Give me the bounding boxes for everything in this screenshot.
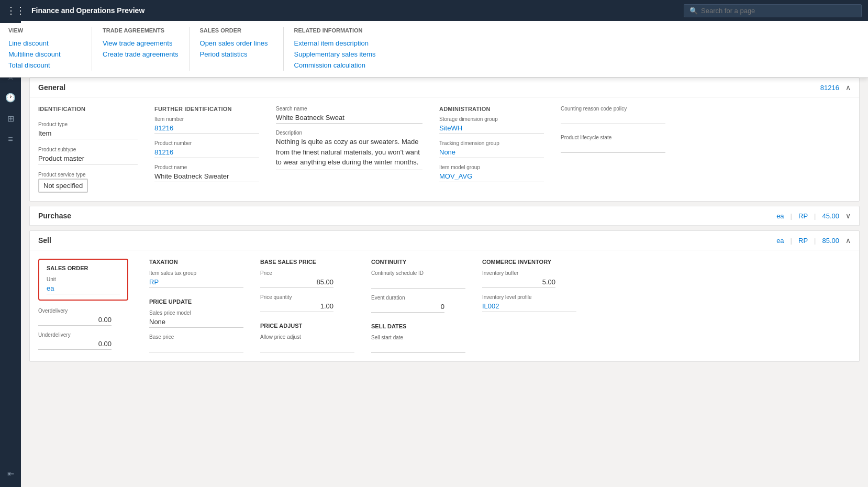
purchase-sep2: | <box>814 212 816 220</box>
taxation-title: TAXATION <box>149 259 243 265</box>
main-area: ✎ Edit + New 🗑 Delete Product Purchase S… <box>21 21 868 487</box>
underdelivery-value: 0.00 <box>38 339 112 350</box>
overdelivery-field: Overdelivery 0.00 <box>38 308 132 326</box>
supplementary-sales-items-link[interactable]: Supplementary sales items <box>294 49 376 60</box>
open-sales-order-lines-link[interactable]: Open sales order lines <box>200 38 273 49</box>
product-type-label: Product type <box>38 121 138 127</box>
base-sales-price-block: BASE SALES PRICE Price 85.00 Price quant… <box>260 259 354 353</box>
line-discount-link[interactable]: Line discount <box>21 38 81 49</box>
product-name-value: White Boatneck Sweater <box>154 171 259 182</box>
view-trade-agreements-link[interactable]: View trade agreements <box>103 38 179 49</box>
inventory-buffer-field: Inventory buffer 5.00 <box>482 270 576 288</box>
dropdown-trade-title: Trade agreements <box>103 27 179 34</box>
commerce-inventory-title: COMMERCE INVENTORY <box>482 259 576 265</box>
product-lifecycle-field: Product lifecycle state <box>561 135 665 153</box>
item-model-group-value: MOV_AVG <box>439 171 544 182</box>
storage-dimension-field: Storage dimension group SiteWH <box>439 116 544 134</box>
global-search[interactable]: 🔍 <box>684 4 862 17</box>
sell-summary-unit: ea <box>776 237 784 245</box>
dropdown-view-title: View <box>21 27 81 34</box>
product-number-field: Product number 81216 <box>154 140 259 158</box>
dropdown-group-trade: Trade agreements View trade agreements C… <box>103 27 190 71</box>
sell-collapse-button[interactable]: ∧ <box>845 236 851 245</box>
sell-start-date-field: Sell start date <box>371 335 465 353</box>
inventory-buffer-value: 5.00 <box>482 277 555 288</box>
identification-label: IDENTIFICATION <box>38 106 138 112</box>
price-adjust-title: PRICE ADJUST <box>260 323 354 329</box>
description-label: Description <box>276 130 422 136</box>
sell-dropdown: View Line discount Multiline discount To… <box>21 23 868 78</box>
purchase-collapse-button[interactable]: ∨ <box>845 212 851 220</box>
counting-reason-value <box>561 113 665 124</box>
sell-sep2: | <box>814 237 816 245</box>
multiline-discount-link[interactable]: Multiline discount <box>21 49 81 60</box>
counting-reason-field: Counting reason code policy <box>561 106 665 124</box>
sell-section-title: Sell <box>38 236 51 245</box>
item-number-field: Item number 81216 <box>154 116 259 134</box>
allow-price-adjust-field: Allow price adjust <box>260 334 354 352</box>
item-sales-tax-field: Item sales tax group RP <box>149 270 243 288</box>
item-model-group-field: Item model group MOV_AVG <box>439 164 544 182</box>
collapse-icon[interactable]: ⇤ <box>1 464 20 483</box>
continuity-id-value <box>371 277 465 289</box>
price-update-block: PRICE UPDATE Sales price model None Base… <box>149 298 243 352</box>
further-id-label: FURTHER IDENTIFICATION <box>154 106 259 112</box>
administration-block: ADMINISTRATION Storage dimension group S… <box>439 106 544 193</box>
top-bar: ⋮⋮ Finance and Operations Preview 🔍 <box>0 0 868 21</box>
general-section: General 81216 ∧ IDENTIFICATION Product t… <box>29 78 860 202</box>
administration-label: ADMINISTRATION <box>439 106 544 112</box>
sales-order-block: SALES ORDER Unit ea Overdelivery 0.00 <box>38 259 132 353</box>
create-trade-agreements-link[interactable]: Create trade agreements <box>103 49 179 60</box>
recent-icon[interactable]: 🕐 <box>1 88 20 107</box>
search-input[interactable] <box>701 7 856 15</box>
continuity-id-field: Continuity schedule ID <box>371 270 465 289</box>
general-section-body: IDENTIFICATION Product type Item Product… <box>30 97 859 201</box>
continuity-title: CONTINUITY <box>371 259 465 265</box>
period-statistics-link[interactable]: Period statistics <box>200 49 273 60</box>
allow-price-adjust-value <box>260 341 354 352</box>
item-number-value: 81216 <box>154 123 259 134</box>
workspaces-icon[interactable]: ⊞ <box>1 109 20 128</box>
commerce-inventory-block: COMMERCE INVENTORY Inventory buffer 5.00… <box>482 259 576 353</box>
product-number-value: 81216 <box>154 147 259 158</box>
search-name-value: White Boatneck Sweat <box>276 113 422 124</box>
sales-price-model-label: Sales price model <box>149 310 243 316</box>
price-update-title: PRICE UPDATE <box>149 298 243 305</box>
product-service-type-value: Not specified <box>43 182 83 190</box>
dropdown-group-view: View Line discount Multiline discount To… <box>21 27 92 71</box>
grid-icon[interactable]: ⋮⋮ <box>6 5 25 16</box>
product-lifecycle-label: Product lifecycle state <box>561 135 665 140</box>
dropdown-group-related: Related information External item descri… <box>294 27 386 71</box>
search-name-label: Search name <box>276 106 422 112</box>
product-subtype-label: Product subtype <box>38 147 138 152</box>
storage-dimension-value: SiteWH <box>439 123 544 134</box>
modules-icon[interactable]: ≡ <box>1 130 20 149</box>
event-duration-field: Event duration 0 <box>371 295 465 313</box>
item-number-label: Item number <box>154 116 259 122</box>
total-discount-link[interactable]: Total discount <box>21 60 81 71</box>
purchase-summary-unit: ea <box>776 212 784 220</box>
commission-calculation-link[interactable]: Commission calculation <box>294 60 376 71</box>
taxation-block: TAXATION Item sales tax group RP PRICE U… <box>149 259 243 353</box>
general-section-header[interactable]: General 81216 ∧ <box>30 78 859 97</box>
app-title: Finance and Operations Preview <box>31 6 677 15</box>
item-sales-tax-value: RP <box>149 277 243 288</box>
search-icon: 🔍 <box>689 7 698 15</box>
underdelivery-label: Underdelivery <box>38 332 132 338</box>
unit-label: Unit <box>47 276 120 282</box>
sell-section-header[interactable]: Sell ea | RP | 85.00 ∧ <box>30 231 859 250</box>
general-section-right: 81216 ∧ <box>820 83 851 92</box>
overdelivery-value: 0.00 <box>38 315 112 326</box>
purchase-section-header[interactable]: Purchase ea | RP | 45.00 ∨ <box>30 206 859 226</box>
sell-summary-value: 85.00 <box>822 237 839 245</box>
general-collapse-button[interactable]: ∧ <box>845 83 851 92</box>
overdelivery-label: Overdelivery <box>38 308 132 314</box>
product-service-type-input[interactable]: Not specified <box>38 179 88 193</box>
purchase-section: Purchase ea | RP | 45.00 ∨ <box>29 206 860 226</box>
external-item-desc-link[interactable]: External item description <box>294 38 376 49</box>
base-price-field: Base price <box>149 334 243 352</box>
purchase-section-title: Purchase <box>38 212 71 220</box>
product-type-value: Item <box>38 128 138 139</box>
allow-price-adjust-label: Allow price adjust <box>260 334 354 340</box>
inventory-level-profile-field: Inventory level profile IL002 <box>482 294 576 312</box>
